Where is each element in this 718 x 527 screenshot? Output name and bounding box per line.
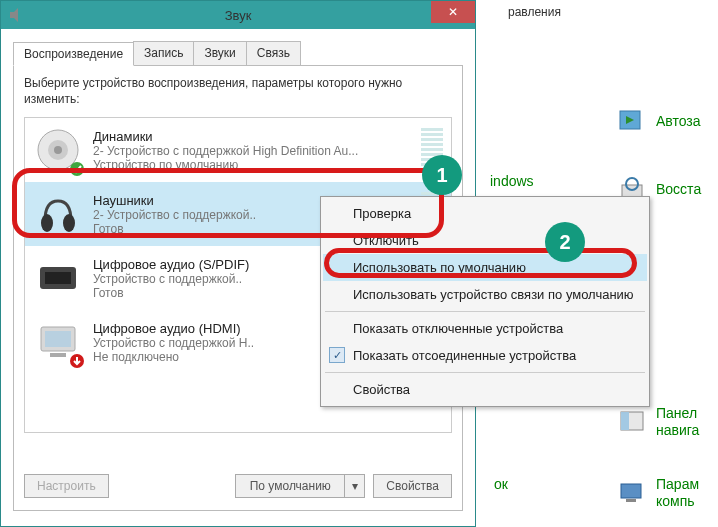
sound-icon [7, 6, 25, 24]
chevron-down-icon: ▾ [352, 479, 358, 493]
headphones-icon [33, 189, 83, 239]
svg-rect-5 [621, 484, 641, 498]
svg-rect-16 [45, 331, 71, 347]
level-meter [421, 128, 443, 172]
spdif-icon [33, 253, 83, 303]
cm-properties[interactable]: Свойства [323, 376, 647, 403]
check-icon: ✓ [329, 347, 345, 363]
svg-point-10 [70, 162, 84, 176]
svg-rect-17 [50, 353, 66, 357]
instruction-text: Выберите устройство воспроизведения, пар… [24, 76, 452, 107]
context-menu: Проверка Отключить Использовать по умолч… [320, 196, 650, 407]
cm-label: Показать отсоединенные устройства [353, 348, 576, 363]
set-default-split-button[interactable]: По умолчанию ▾ [235, 474, 365, 498]
svg-rect-6 [626, 499, 636, 502]
cm-disable[interactable]: Отключить [323, 227, 647, 254]
configure-button[interactable]: Настроить [24, 474, 109, 498]
tab-recording[interactable]: Запись [133, 41, 194, 65]
default-dropdown-button[interactable]: ▾ [345, 474, 365, 498]
cm-separator [325, 372, 645, 373]
cm-set-default[interactable]: Использовать по умолчанию [323, 254, 647, 281]
svg-point-9 [54, 146, 62, 154]
svg-rect-14 [45, 272, 71, 284]
tabs: Воспроизведение Запись Звуки Связь [13, 41, 463, 66]
panel-icon [616, 406, 648, 438]
play-icon [616, 105, 648, 137]
tab-playback[interactable]: Воспроизведение [13, 42, 134, 66]
close-icon: ✕ [448, 5, 458, 19]
cm-set-comm-default[interactable]: Использовать устройство связи по умолчан… [323, 281, 647, 308]
svg-point-12 [63, 214, 75, 232]
default-button[interactable]: По умолчанию [235, 474, 345, 498]
properties-button[interactable]: Свойства [373, 474, 452, 498]
device-desc: 2- Устройство с поддержкой High Definiti… [93, 144, 411, 158]
bg-item-windows[interactable]: indows [490, 173, 534, 190]
dialog-title: Звук [225, 8, 252, 23]
hdmi-icon [33, 317, 83, 367]
cm-separator [325, 311, 645, 312]
close-button[interactable]: ✕ [431, 1, 475, 23]
device-status: Устройство по умолчанию [93, 158, 411, 172]
dialog-buttons: Настроить По умолчанию ▾ Свойства [24, 474, 452, 498]
bg-item-ok[interactable]: ок [494, 476, 508, 493]
bg-heading: равления [508, 5, 561, 19]
device-speakers[interactable]: Динамики 2- Устройство с поддержкой High… [25, 118, 451, 182]
tab-communications[interactable]: Связь [246, 41, 301, 65]
cm-show-disconnected[interactable]: ✓ Показать отсоединенные устройства [323, 342, 647, 369]
cm-test[interactable]: Проверка [323, 200, 647, 227]
speaker-icon [33, 125, 83, 175]
bg-item-autoza[interactable]: Автоза [616, 105, 701, 137]
tab-sounds[interactable]: Звуки [193, 41, 246, 65]
bg-item-panel[interactable]: Панел навига [616, 405, 699, 439]
titlebar[interactable]: Звук ✕ [1, 1, 475, 29]
computer-icon [616, 477, 648, 509]
device-name: Динамики [93, 129, 411, 144]
svg-rect-4 [621, 412, 629, 430]
cm-show-disabled[interactable]: Показать отключенные устройства [323, 315, 647, 342]
bg-item-param[interactable]: Парам компь [616, 476, 699, 510]
svg-point-11 [41, 214, 53, 232]
